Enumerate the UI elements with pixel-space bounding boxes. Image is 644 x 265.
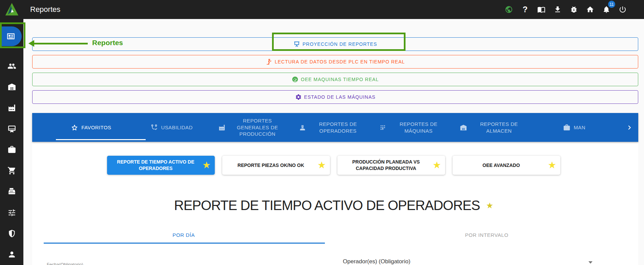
sidebar: [0, 19, 23, 265]
active-tab-underline: [56, 139, 146, 140]
shield-icon: [7, 229, 16, 238]
briefcase-icon: [7, 145, 16, 154]
factory-icon: [7, 103, 16, 112]
subtab-por-intervalo[interactable]: POR INTERVALO: [335, 229, 639, 241]
warehouse-icon: [7, 82, 16, 91]
report-title: REPORTE DE TIEMPO ACTIVO DE OPERADORES: [174, 198, 480, 213]
quick-link-plc-realtime[interactable]: LECTURA DE DATOS DESDE PLC EN TIEMPO REA…: [32, 55, 638, 69]
date-field-label: Fecha(Obligatorio): [47, 262, 83, 265]
quick-link-label: OEE MAQUINAS TIEMPO REAL: [301, 77, 379, 82]
favorite-card-piezas-ok[interactable]: REPORTE PIEZAS OK/NO OK ★: [222, 156, 330, 175]
logout-power-icon[interactable]: [618, 5, 627, 14]
report-title-row: REPORTE DE TIEMPO ACTIVO DE OPERADORES ★: [23, 198, 644, 213]
favorite-reports-row: REPORTE DE TIEMPO ACTIVO DE OPERADORES ★…: [23, 156, 644, 175]
person-icon: [7, 250, 16, 259]
sidebar-item-production[interactable]: [0, 97, 23, 118]
cash-register-icon: [7, 187, 16, 196]
tab-reportes-generales-produccion[interactable]: REPORTES GENERALES DE PRODUCCIÓN: [212, 113, 292, 142]
worker-icon: [299, 124, 306, 131]
machine-grid-icon: [379, 124, 387, 131]
robot-arm-icon: [266, 58, 272, 65]
home-icon[interactable]: [586, 5, 595, 14]
sidebar-item-security[interactable]: [0, 223, 23, 244]
card-membership-icon: [7, 125, 16, 133]
triangle-logo-icon: [4, 2, 19, 17]
sidebar-item-maintenance[interactable]: [0, 139, 23, 160]
favorite-star-icon[interactable]: ★: [548, 160, 556, 170]
quick-link-oee-realtime[interactable]: OEE MAQUINAS TIEMPO REAL: [32, 73, 638, 86]
tab-favoritos[interactable]: FAVORITOS: [51, 113, 131, 142]
main-content: PROYECCIÓN DE REPORTES LECTURA DE DATOS …: [23, 19, 644, 265]
annotation-box-sidebar-reports: [0, 22, 25, 48]
favorite-card-oee-avanzado[interactable]: OEE AVANZADO ★: [453, 156, 560, 175]
tab-usabilidad[interactable]: USABILIDAD: [131, 113, 212, 142]
manual-book-icon[interactable]: [537, 5, 546, 14]
subtab-por-dia[interactable]: POR DÍA: [32, 229, 335, 241]
notification-count-badge: 11: [608, 1, 615, 8]
annotation-arrow-line: [34, 43, 88, 44]
factory-icon: [218, 124, 226, 131]
bug-report-icon[interactable]: [569, 5, 578, 14]
tab-reportes-operadores[interactable]: REPORTES DE OPERADORES: [292, 113, 373, 142]
quick-link-label: ESTADO DE LAS MÁQUINAS: [304, 94, 376, 100]
favorite-star-icon[interactable]: ★: [433, 160, 441, 170]
favorite-card-produccion-planeada[interactable]: PRODUCCIÓN PLANEADA VS CAPACIDAD PRODUCT…: [337, 156, 445, 175]
tune-sliders-icon: [7, 208, 16, 217]
active-subtab-underline: [44, 243, 325, 244]
gauge-icon: [292, 76, 298, 83]
language-icon[interactable]: [504, 5, 513, 14]
app-logo[interactable]: [0, 0, 23, 19]
quick-link-label: LECTURA DE DATOS DESDE PLC EN TIEMPO REA…: [275, 59, 405, 64]
warehouse-icon: [460, 124, 467, 131]
star-outline-icon: [71, 124, 78, 131]
report-mode-subtabs: POR DÍA POR INTERVALO: [32, 229, 638, 241]
dropdown-caret-icon[interactable]: [588, 261, 593, 264]
page-title: Reportes: [30, 5, 60, 14]
download-icon[interactable]: [553, 5, 562, 14]
help-icon[interactable]: ?: [521, 5, 529, 14]
title-star-icon[interactable]: ★: [486, 201, 494, 210]
operator-select-label: Operador(es) (Obligatorio): [343, 258, 410, 265]
sidebar-item-certificates[interactable]: [0, 118, 23, 139]
sidebar-item-purchases[interactable]: [0, 160, 23, 181]
favorite-star-icon[interactable]: ★: [202, 160, 211, 170]
quick-link-machine-status[interactable]: ESTADO DE LAS MÁQUINAS: [32, 90, 638, 104]
shopping-cart-icon: [7, 166, 16, 175]
sidebar-item-sales[interactable]: [0, 181, 23, 202]
briefcase-icon: [563, 124, 570, 131]
tabs-scroll-right-button[interactable]: [625, 113, 634, 142]
sidebar-item-operators[interactable]: [0, 56, 23, 77]
people-icon: [7, 62, 16, 71]
topbar: Reportes ? 11: [0, 0, 644, 19]
sidebar-item-settings[interactable]: [0, 202, 23, 223]
topbar-actions: ? 11: [504, 5, 644, 14]
sidebar-item-warehouse[interactable]: [0, 76, 23, 97]
gear-icon: [295, 94, 302, 100]
notifications-icon[interactable]: 11: [602, 5, 611, 14]
tab-mantenimiento-truncated[interactable]: MAN: [534, 113, 615, 142]
annotation-label: Reportes: [92, 39, 123, 47]
favorite-star-icon[interactable]: ★: [317, 160, 326, 170]
tab-reportes-almacen[interactable]: REPORTES DE ALMACEN: [454, 113, 534, 142]
chevron-right-icon: [625, 123, 634, 132]
annotation-box-projection: [272, 33, 406, 51]
tab-reportes-maquinas[interactable]: REPORTES DE MÁQUINAS: [373, 113, 454, 142]
favorite-card-tiempo-activo[interactable]: REPORTE DE TIEMPO ACTIVO DE OPERADORES ★: [107, 156, 215, 175]
branch-check-icon: [150, 124, 158, 131]
app-screen: Reportes ? 11: [0, 0, 644, 265]
report-category-tabbar: FAVORITOS USABILIDAD REPORTES GENERALES …: [32, 113, 638, 142]
sidebar-item-profile[interactable]: [0, 244, 23, 265]
